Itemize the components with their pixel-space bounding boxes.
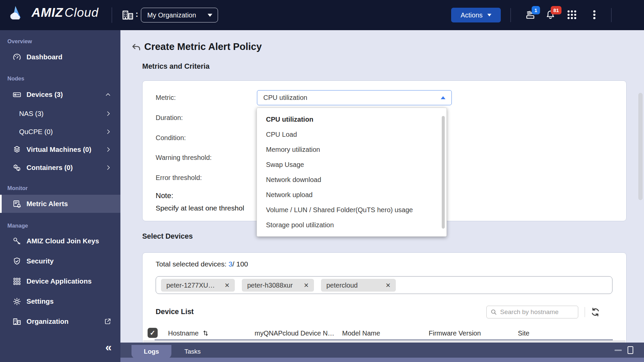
sidebar-item-nas[interactable]: NAS (3) (0, 106, 120, 121)
sidebar-item-label: Settings (26, 297, 54, 305)
chevron-up-icon[interactable] (104, 91, 112, 98)
dropdown-option[interactable]: Network upload (257, 187, 446, 202)
cloud-logo-icon (9, 4, 30, 21)
toolbar-divider (585, 307, 585, 317)
caret-up-icon (441, 96, 445, 99)
sidebar-item-qucpe[interactable]: QuCPE (0) (0, 124, 120, 139)
select-devices-title: Select Devices (142, 232, 193, 241)
sidebar-item-virtual-machines[interactable]: Virtual Machines (0) (0, 142, 120, 157)
warning-threshold-label: Warning threshold: (156, 154, 212, 162)
dropdown-option[interactable]: Storage pool utilization (257, 218, 446, 233)
metric-dropdown: CPU utilization CPU Load Memory utilizat… (257, 108, 447, 237)
grid-icon (566, 9, 578, 20)
sidebar-item-join-keys[interactable]: AMIZ Cloud Join Keys (0, 234, 120, 248)
duration-label: Duration: (156, 114, 183, 122)
column-header-hostname[interactable]: Hostname (168, 327, 199, 339)
remove-chip-icon[interactable]: × (225, 281, 229, 289)
page-scrollbar-thumb[interactable] (638, 93, 643, 200)
sidebar: Overview Dashboard Nodes Devices (3) NAS… (0, 30, 120, 362)
chevron-right-icon[interactable] (105, 164, 112, 171)
remove-chip-icon[interactable]: × (386, 281, 390, 289)
more-menu-button[interactable] (589, 9, 600, 20)
tab-tasks[interactable]: Tasks (174, 345, 211, 358)
column-header-firmware-version[interactable]: Firmware Version (429, 327, 481, 339)
sidebar-item-label: NAS (3) (19, 110, 44, 118)
key-icon (12, 237, 21, 246)
tab-logs[interactable]: Logs (131, 345, 171, 358)
selected-devices-field[interactable]: peter-1277XU… × peter-h3088xur × petercl… (156, 276, 612, 294)
actions-button[interactable]: Actions (451, 8, 501, 22)
devices-icon (12, 90, 21, 99)
main-content: Create Metric Alert Policy Metrics and C… (120, 30, 644, 362)
sidebar-item-label: Containers (0) (26, 164, 73, 172)
chevron-right-icon[interactable] (105, 110, 112, 117)
device-chip: petercloud × (321, 279, 396, 292)
organization-icon (12, 317, 21, 326)
sidebar-collapse-button[interactable]: « (105, 340, 112, 354)
sidebar-item-organization[interactable]: Organization (0, 314, 120, 329)
total-suffix: / 100 (232, 260, 248, 268)
dropdown-option[interactable]: Memory utilization (257, 142, 446, 157)
sidebar-item-label: Metric Alerts (26, 200, 68, 208)
building-icon (121, 9, 134, 21)
sidebar-item-label: AMIZ Cloud Join Keys (26, 237, 99, 245)
sidebar-item-metric-alerts[interactable]: Metric Alerts (0, 196, 120, 211)
app-logo: AMIZ Cloud (9, 4, 99, 21)
chevron-down-icon (208, 14, 212, 17)
metric-select[interactable]: CPU utilization (257, 90, 452, 105)
notifications-button[interactable]: 81 (545, 9, 556, 20)
column-header-myqnapcloud-name[interactable]: myQNAPcloud Device N… (255, 327, 334, 339)
notifications-badge: 81 (551, 6, 561, 14)
bottom-bar: Logs Tasks (120, 343, 644, 362)
sidebar-item-label: Security (26, 257, 54, 265)
header-divider (112, 7, 112, 23)
column-header-model-name[interactable]: Model Name (342, 327, 380, 339)
gear-icon (12, 297, 21, 306)
metric-select-value: CPU utilization (263, 94, 441, 102)
select-all-checkbox[interactable]: ✓ (148, 328, 158, 338)
kebab-menu-icon (589, 9, 600, 20)
chevron-right-icon[interactable] (105, 146, 112, 153)
sidebar-item-security[interactable]: Security (0, 254, 120, 268)
sidebar-item-device-applications[interactable]: Device Applications (0, 274, 120, 289)
device-chip-label: peter-1277XU… (166, 282, 220, 289)
dropdown-option[interactable]: Volume / LUN / Shared Folder(QuTS hero) … (257, 202, 446, 218)
chevron-right-icon[interactable] (105, 128, 112, 135)
dropdown-option[interactable]: Swap Usage (257, 157, 446, 172)
sidebar-section-manage: Manage (7, 223, 28, 229)
search-input[interactable] (500, 308, 575, 316)
activity-log-button[interactable]: 1 (525, 9, 536, 20)
metric-alerts-icon (12, 199, 21, 208)
brand-amiz: AMIZ (32, 6, 63, 20)
sidebar-item-devices[interactable]: Devices (3) (0, 87, 120, 102)
virtual-machines-icon (12, 145, 21, 154)
total-selected-devices: Total selected devices: 3/ 100 (156, 260, 248, 268)
device-chip-label: peter-h3088xur (247, 282, 299, 289)
minimize-icon[interactable] (614, 350, 622, 351)
sidebar-item-settings[interactable]: Settings (0, 294, 120, 309)
sidebar-item-dashboard[interactable]: Dashboard (0, 50, 120, 64)
app-grid-button[interactable] (566, 9, 578, 20)
device-list-title: Device List (156, 308, 194, 316)
dropdown-option[interactable]: CPU utilization (257, 112, 446, 127)
device-chip: peter-h3088xur × (242, 279, 314, 292)
actions-button-label: Actions (461, 11, 483, 19)
note-label: Note: (156, 191, 173, 200)
back-arrow-icon[interactable] (130, 42, 142, 54)
error-threshold-label: Error threshold: (156, 174, 202, 182)
header-divider (611, 8, 611, 22)
refresh-icon[interactable] (590, 307, 601, 317)
device-search[interactable] (486, 306, 578, 318)
sort-icon[interactable] (202, 329, 210, 337)
maximize-icon[interactable] (628, 346, 633, 354)
sidebar-item-containers[interactable]: Containers (0) (0, 160, 120, 175)
column-header-site[interactable]: Site (518, 327, 529, 339)
dropdown-option[interactable]: CPU Load (257, 127, 446, 142)
metric-label: Metric: (156, 94, 176, 102)
organization-selector[interactable]: My Organization (141, 8, 218, 22)
remove-chip-icon[interactable]: × (304, 281, 309, 289)
dropdown-scrollbar[interactable] (442, 116, 445, 229)
organization-selector-value: My Organization (147, 11, 208, 19)
sidebar-section-overview: Overview (7, 38, 32, 45)
dropdown-option[interactable]: Network download (257, 172, 446, 187)
